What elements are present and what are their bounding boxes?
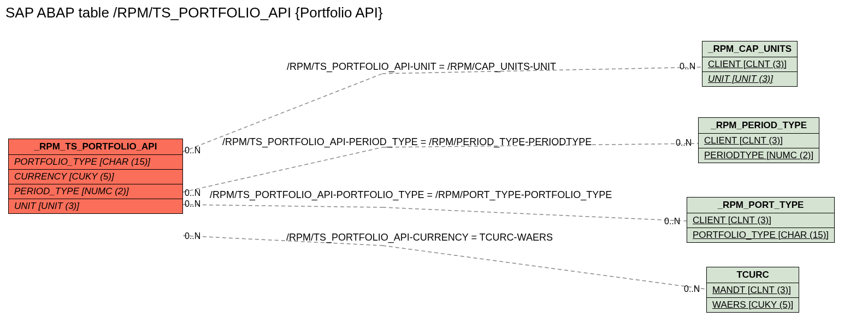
entity-source-row: UNIT [UNIT (3)]: [9, 199, 182, 213]
entity-header: _RPM_PERIOD_TYPE: [699, 118, 819, 134]
cardinality-left: 0..N: [185, 146, 200, 155]
entity-source-row: PERIOD_TYPE [NUMC (2)]: [9, 184, 182, 199]
entity-period-type: _RPM_PERIOD_TYPE CLIENT [CLNT (3)] PERIO…: [698, 117, 819, 163]
relation-label: /RPM/TS_PORTFOLIO_API-UNIT = /RPM/CAP_UN…: [287, 61, 556, 73]
svg-line-2: [183, 147, 382, 192]
cardinality-right: 0..N: [676, 138, 692, 148]
cardinality-left: 0..N: [185, 199, 200, 209]
entity-source-row: PORTFOLIO_TYPE [CHAR (15)]: [9, 155, 182, 170]
cardinality-right: 0..N: [664, 217, 680, 226]
entity-tcurc: TCURC MANDT [CLNT (3)] WAERS [CUKY (5)]: [706, 267, 799, 313]
entity-source-header: _RPM_TS_PORTFOLIO_API: [9, 139, 182, 155]
relation-label: /RPM/TS_PORTFOLIO_API-CURRENCY = TCURC-W…: [286, 232, 553, 243]
cardinality-right: 0..N: [684, 284, 700, 294]
relation-label: /RPM/TS_PORTFOLIO_API-PORTFOLIO_TYPE = /…: [210, 189, 612, 201]
svg-line-4: [183, 205, 382, 207]
svg-line-7: [382, 246, 706, 289]
entity-row: PORTFOLIO_TYPE [CHAR (15)]: [687, 228, 834, 242]
cardinality-right: 0..N: [680, 62, 695, 71]
entity-row: PERIODTYPE [NUMC (2)]: [699, 148, 819, 163]
entity-row: CLIENT [CLNT (3)]: [702, 57, 797, 72]
entity-row: MANDT [CLNT (3)]: [707, 283, 799, 298]
entity-row: UNIT [UNIT (3)]: [702, 72, 797, 86]
cardinality-left: 0..N: [185, 231, 200, 241]
entity-header: _RPM_PORT_TYPE: [687, 198, 834, 213]
entity-header: _RPM_CAP_UNITS: [702, 41, 797, 57]
entity-row: WAERS [CUKY (5)]: [707, 298, 799, 312]
page-title: SAP ABAP table /RPM/TS_PORTFOLIO_API {Po…: [5, 4, 383, 21]
entity-port-type: _RPM_PORT_TYPE CLIENT [CLNT (3)] PORTFOL…: [687, 197, 835, 243]
entity-row: CLIENT [CLNT (3)]: [687, 213, 834, 228]
entity-source: _RPM_TS_PORTFOLIO_API PORTFOLIO_TYPE [CH…: [8, 139, 183, 214]
entity-row: CLIENT [CLNT (3)]: [699, 134, 819, 148]
entity-cap-units: _RPM_CAP_UNITS CLIENT [CLNT (3)] UNIT [U…: [702, 41, 798, 87]
svg-line-5: [382, 207, 687, 221]
relation-label: /RPM/TS_PORTFOLIO_API-PERIOD_TYPE = /RPM…: [222, 136, 592, 148]
entity-source-row: CURRENCY [CUKY (5)]: [9, 170, 182, 184]
entity-header: TCURC: [707, 267, 799, 283]
cardinality-left: 0..N: [185, 188, 200, 198]
